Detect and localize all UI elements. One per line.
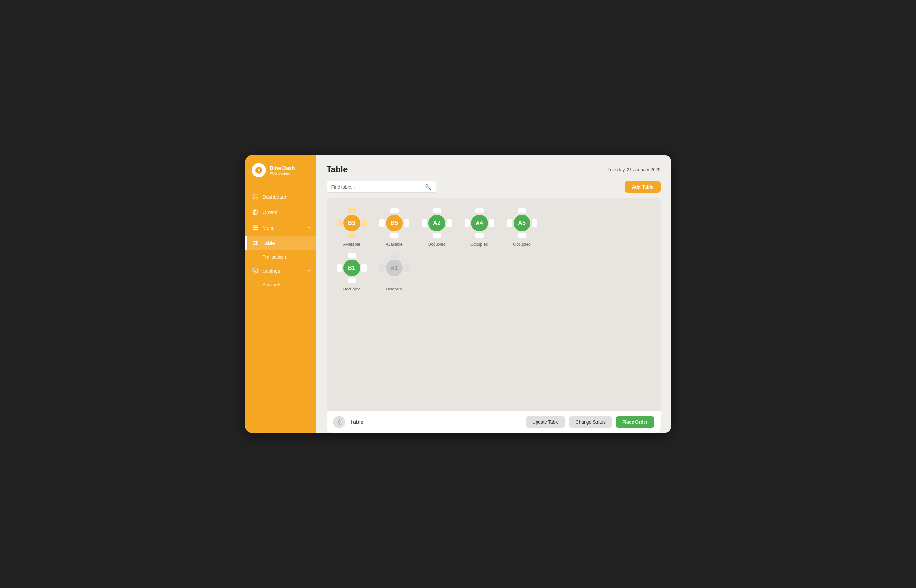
table-cross-B5: B5 xyxy=(378,207,410,239)
settings-chevron-icon: ▾ xyxy=(308,268,310,273)
table-cross-B1: B1 xyxy=(336,252,368,284)
table-cross-A2: A2 xyxy=(421,207,453,239)
chair-top-B3 xyxy=(347,208,356,213)
table-status-B3: Available xyxy=(343,242,360,247)
table-label: Table xyxy=(263,241,275,246)
update-table-button[interactable]: Update Table xyxy=(526,416,565,428)
table-cross-A4: A4 xyxy=(463,207,496,239)
sidebar-item-settings[interactable]: Settings ▾ xyxy=(246,263,316,278)
svg-point-14 xyxy=(338,421,340,423)
sidebar: Dine Dash POS System Dashboard Orders xyxy=(246,155,316,433)
chair-top-A1 xyxy=(390,253,399,258)
add-table-button[interactable]: Add Table xyxy=(625,181,661,193)
chair-right-B3 xyxy=(362,219,367,227)
table-widget-A1[interactable]: A1 Disabled xyxy=(378,252,410,291)
chair-top-A2 xyxy=(433,208,441,213)
svg-point-13 xyxy=(254,270,256,272)
orders-label: Orders xyxy=(263,210,278,215)
table-widget-B3[interactable]: B3 Available xyxy=(336,207,368,247)
table-cross-A1: A1 xyxy=(378,252,410,284)
table-id-B1: B1 xyxy=(343,260,360,276)
table-widget-B1[interactable]: B1 Occupied xyxy=(336,252,368,291)
sidebar-nav: Dashboard Orders Menu ▾ xyxy=(246,189,316,291)
table-cross-B3: B3 xyxy=(336,207,368,239)
svg-point-1 xyxy=(258,169,260,171)
sidebar-item-transaction[interactable]: Transaction xyxy=(246,251,316,263)
table-status-A1: Disabled xyxy=(386,287,402,291)
clipboard-icon xyxy=(252,208,259,216)
date-display: Tuesday, 21 January 2025 xyxy=(607,167,660,172)
app-screen: Dine Dash POS System Dashboard Orders xyxy=(246,155,671,433)
page-header: Table Tuesday, 21 January 2025 xyxy=(326,165,661,174)
table-widget-A5[interactable]: A5 Occupied xyxy=(506,207,538,247)
chair-right-A5 xyxy=(532,219,537,227)
footer-actions: Update Table Change Status Place Order xyxy=(526,416,654,428)
chair-top-B5 xyxy=(390,208,399,213)
chair-right-A2 xyxy=(447,219,452,227)
table-content-area: B3 Available B5 Available xyxy=(326,198,661,433)
table-id-A5: A5 xyxy=(514,215,530,231)
accounts-label: Accounts xyxy=(263,282,281,287)
transaction-label: Transaction xyxy=(263,254,286,260)
chair-top-B1 xyxy=(347,253,356,258)
table-status-A4: Occupied xyxy=(470,242,488,247)
table-cross-A5: A5 xyxy=(506,207,538,239)
app-subtitle: POS System xyxy=(270,171,295,175)
dashboard-label: Dashboard xyxy=(263,194,286,200)
chair-left-B5 xyxy=(380,219,384,227)
logo-icon xyxy=(252,163,266,177)
table-icon xyxy=(252,239,259,247)
sidebar-item-menu[interactable]: Menu ▾ xyxy=(246,220,316,235)
page-title: Table xyxy=(326,165,348,174)
table-id-A2: A2 xyxy=(428,215,445,231)
chair-bottom-B3 xyxy=(347,233,356,238)
chair-left-B3 xyxy=(337,219,342,227)
table-widget-A4[interactable]: A4 Occupied xyxy=(463,207,496,247)
table-id-B3: B3 xyxy=(343,215,360,231)
svg-rect-4 xyxy=(253,197,255,199)
table-status-A5: Occupied xyxy=(513,242,531,247)
svg-rect-3 xyxy=(256,194,258,196)
chair-bottom-A5 xyxy=(518,233,526,238)
table-grid-scroll: B3 Available B5 Available xyxy=(326,198,661,411)
main-content: Table Tuesday, 21 January 2025 🔍 Add Tab… xyxy=(316,155,671,433)
table-widget-B5[interactable]: B5 Available xyxy=(378,207,410,247)
sidebar-item-table[interactable]: Table xyxy=(246,236,316,250)
menu-label: Menu xyxy=(263,225,275,231)
chair-bottom-A1 xyxy=(390,278,399,283)
table-row-1: B3 Available B5 Available xyxy=(336,207,652,247)
menu-chevron-icon: ▾ xyxy=(308,225,310,230)
change-status-button[interactable]: Change Status xyxy=(569,416,612,428)
toolbar: 🔍 Add Table xyxy=(326,181,661,193)
chair-bottom-A2 xyxy=(433,233,441,238)
chair-right-A4 xyxy=(489,219,494,227)
search-box[interactable]: 🔍 xyxy=(326,181,436,193)
table-widget-A2[interactable]: A2 Occupied xyxy=(421,207,453,247)
svg-rect-11 xyxy=(253,227,258,228)
chair-left-A5 xyxy=(507,219,512,227)
chair-left-A4 xyxy=(465,219,470,227)
logo-area: Dine Dash POS System xyxy=(246,163,316,184)
menu-icon xyxy=(252,224,259,231)
svg-rect-5 xyxy=(256,197,258,199)
table-id-B5: B5 xyxy=(386,215,403,231)
search-input[interactable] xyxy=(331,184,422,189)
chair-right-B1 xyxy=(362,264,367,272)
table-status-B5: Available xyxy=(386,242,403,247)
chair-bottom-B5 xyxy=(390,233,399,238)
chair-left-A2 xyxy=(422,219,427,227)
sidebar-item-accounts[interactable]: Accounts xyxy=(246,279,316,291)
settings-icon xyxy=(252,267,259,274)
table-status-B1: Occupied xyxy=(343,287,360,291)
sidebar-item-orders[interactable]: Orders xyxy=(246,205,316,220)
table-id-A1: A1 xyxy=(386,260,403,276)
svg-rect-10 xyxy=(253,226,258,226)
footer-bar: Table Update Table Change Status Place O… xyxy=(326,411,661,433)
sidebar-item-dashboard[interactable]: Dashboard xyxy=(246,189,316,204)
place-order-button[interactable]: Place Order xyxy=(616,416,654,428)
chair-left-A1 xyxy=(380,264,384,272)
table-row-2: B1 Occupied A1 Disabled xyxy=(336,252,652,291)
svg-rect-2 xyxy=(253,194,255,196)
table-id-A4: A4 xyxy=(471,215,488,231)
chair-top-A5 xyxy=(518,208,526,213)
